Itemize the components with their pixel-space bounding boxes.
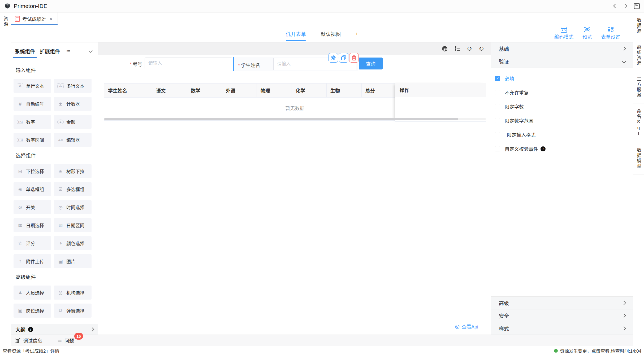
save-icon[interactable] bbox=[633, 3, 640, 10]
component-chip-person-select[interactable]: ♟人员选择 bbox=[14, 286, 51, 300]
nav-forward-icon[interactable] bbox=[624, 4, 626, 8]
image-icon: ▣ bbox=[57, 258, 64, 264]
component-chip-date-range[interactable]: ▧日期区间 bbox=[54, 218, 92, 232]
section-header-advanced[interactable]: 高级 bbox=[491, 296, 633, 309]
checkbox-custom-validation-event[interactable] bbox=[495, 146, 500, 151]
properties-bottom-sections: 高级 安全 样式 bbox=[491, 296, 633, 335]
component-chip-dropdown-select[interactable]: ⊟下拉选择 bbox=[14, 164, 51, 178]
column-header-operation[interactable]: 操作 bbox=[395, 83, 486, 97]
component-chip-checkbox-group[interactable]: ☑多选框组 bbox=[54, 182, 92, 196]
problems-button[interactable]: ≣ 问题 15 bbox=[58, 337, 74, 344]
component-chip-post-select[interactable]: ▣岗位选择 bbox=[14, 304, 51, 318]
multi-line-text-icon: A bbox=[57, 83, 64, 88]
checkbox-no-duplicates[interactable] bbox=[495, 90, 500, 95]
column-header-chemistry[interactable]: 化学 bbox=[292, 84, 327, 97]
checkbox-limit-number-range[interactable] bbox=[495, 118, 500, 123]
component-chip-radio-group[interactable]: ◉单选框组 bbox=[14, 182, 51, 196]
outline-bar[interactable]: 大纲 i bbox=[11, 324, 98, 335]
tab-system-components[interactable]: 系统组件 bbox=[15, 42, 35, 59]
column-header-student-name[interactable]: 学生姓名 bbox=[104, 84, 152, 97]
debug-info-button[interactable]: 调试信息 bbox=[15, 337, 42, 344]
form-settings-button[interactable]: 表单设置 bbox=[601, 27, 620, 40]
search-button[interactable]: 查询 bbox=[359, 58, 383, 69]
tab-extension-components[interactable]: 扩展组件 bbox=[40, 42, 60, 59]
checkbox-required[interactable]: ✓ bbox=[495, 76, 500, 81]
component-chip-currency[interactable]: ¥金额 bbox=[54, 115, 92, 129]
add-view-tab-button[interactable]: + bbox=[355, 25, 358, 42]
component-chip-multi-line-text[interactable]: A多行文本 bbox=[54, 79, 92, 93]
component-chip-auto-number[interactable]: #自动编号 bbox=[14, 97, 51, 111]
column-header-math[interactable]: 数学 bbox=[187, 84, 222, 97]
redo-icon[interactable]: ↻ bbox=[479, 46, 484, 52]
component-chip-date-picker[interactable]: ▦日期选择 bbox=[14, 218, 51, 232]
component-chip-single-line-text[interactable]: A单行文本 bbox=[14, 79, 51, 93]
outline-tree-icon[interactable] bbox=[454, 46, 461, 52]
component-chip-number-range[interactable]: 1~3数字区间 bbox=[14, 133, 51, 147]
resource-change-notice[interactable]: 资源发生变更，点击查看,检查时间:14:04 bbox=[554, 347, 641, 354]
tab-lowcode-form[interactable]: 低开表单 bbox=[286, 25, 306, 42]
column-header-total-score[interactable]: 总分 bbox=[362, 84, 396, 97]
option-required[interactable]: ✓ 必填 bbox=[495, 73, 633, 84]
dock-tab-datasource[interactable]: 数据源 bbox=[633, 12, 644, 39]
scrollbar-thumb[interactable] bbox=[104, 118, 458, 120]
collapse-panel-icon[interactable] bbox=[89, 49, 92, 53]
component-chip-popup-select[interactable]: ⧉弹窗选择 bbox=[54, 304, 92, 318]
column-header-chinese[interactable]: 语文 bbox=[152, 84, 187, 97]
preview-button[interactable]: 预览 bbox=[582, 27, 592, 40]
component-delete-button[interactable] bbox=[349, 53, 359, 63]
component-copy-button[interactable] bbox=[339, 53, 348, 63]
component-list-mode-icon[interactable]: ≔ bbox=[66, 49, 70, 53]
tab-default-view[interactable]: 默认视图 bbox=[321, 25, 341, 42]
dock-tab-data-model[interactable]: 数据模型 bbox=[633, 142, 644, 174]
option-limit-length[interactable]: 限定字数 bbox=[495, 101, 633, 112]
component-settings-button[interactable] bbox=[329, 53, 338, 63]
column-header-biology[interactable]: 生物 bbox=[327, 84, 362, 97]
component-chip-image[interactable]: ▣图片 bbox=[54, 254, 92, 268]
dock-tab-named-sql[interactable]: 命名Sql bbox=[633, 103, 644, 142]
nav-back-icon[interactable] bbox=[614, 4, 617, 8]
checkbox-limit-length[interactable] bbox=[495, 104, 500, 109]
section-header-basic[interactable]: 基础 bbox=[491, 42, 633, 55]
section-header-security[interactable]: 安全 bbox=[491, 309, 633, 322]
popup-select-icon: ⧉ bbox=[57, 308, 64, 313]
i18n-globe-icon[interactable] bbox=[442, 46, 448, 52]
component-chip-org-select[interactable]: 品机构选择 bbox=[54, 286, 92, 300]
component-chip-number[interactable]: 123数字 bbox=[14, 115, 51, 129]
status-bar: 查看资源「考试成绩2」详情 资源发生变更，点击查看,检查时间:14:04 bbox=[0, 346, 644, 355]
exam-number-input[interactable] bbox=[145, 58, 232, 69]
section-header-style[interactable]: 样式 bbox=[491, 322, 633, 335]
column-header-physics[interactable]: 物理 bbox=[257, 84, 292, 97]
component-chip-time-picker[interactable]: ◷时间选择 bbox=[54, 200, 92, 214]
document-tab-bar: 考试成绩2* × bbox=[11, 12, 633, 25]
undo-icon[interactable]: ↺ bbox=[467, 46, 472, 52]
document-tab-exam-scores[interactable]: 考试成绩2* × bbox=[11, 12, 58, 25]
code-mode-button[interactable]: 编码模式 bbox=[554, 27, 573, 40]
validation-options: ✓ 必填 不允许重复 限定字数 限定数字范围 限定输入格式 自定义校验事件 bbox=[491, 68, 633, 154]
section-header-validation[interactable]: 验证 bbox=[491, 55, 633, 68]
checkbox-limit-input-format[interactable] bbox=[495, 132, 500, 137]
problems-list-icon: ≣ bbox=[58, 337, 62, 344]
component-chip-switch[interactable]: ⊙开关 bbox=[14, 200, 51, 214]
component-chip-color-picker[interactable]: ◑颜色选择 bbox=[54, 236, 92, 250]
option-no-duplicates[interactable]: 不允许重复 bbox=[495, 87, 633, 98]
dock-tab-offline-resources[interactable]: 离线资源 bbox=[633, 39, 644, 71]
component-chip-editor[interactable]: A≡编辑器 bbox=[54, 133, 92, 147]
column-header-foreign-language[interactable]: 外语 bbox=[222, 84, 257, 97]
option-limit-input-format[interactable]: 限定输入格式 bbox=[495, 129, 633, 140]
dropdown-select-icon: ⊟ bbox=[17, 168, 23, 174]
component-chip-counter[interactable]: ±计数器 bbox=[54, 97, 92, 111]
org-select-icon: 品 bbox=[57, 290, 64, 295]
option-custom-validation-event[interactable]: 自定义校验事件 i bbox=[495, 143, 633, 154]
counter-icon: ± bbox=[57, 101, 64, 107]
outline-expand-icon[interactable] bbox=[90, 327, 94, 332]
option-limit-number-range[interactable]: 限定数字范围 bbox=[495, 115, 633, 126]
tab-close-icon[interactable]: × bbox=[49, 16, 53, 22]
view-api-link[interactable]: ◎ 查看Api bbox=[455, 323, 478, 330]
app-title: Primeton-IDE bbox=[14, 3, 47, 9]
component-chip-tree-dropdown[interactable]: ⊞树形下拉 bbox=[54, 164, 92, 178]
component-chip-rating[interactable]: ☆评分 bbox=[14, 236, 51, 250]
component-chip-attachment-upload[interactable]: ↑附件上传 bbox=[14, 254, 51, 268]
resources-dock-tab[interactable]: 资源 bbox=[2, 16, 9, 27]
dock-tab-third-party-services[interactable]: 三方服务 bbox=[633, 71, 644, 103]
form-design-canvas[interactable]: ↺ ↻ *考号 *学生姓名 bbox=[98, 42, 491, 335]
